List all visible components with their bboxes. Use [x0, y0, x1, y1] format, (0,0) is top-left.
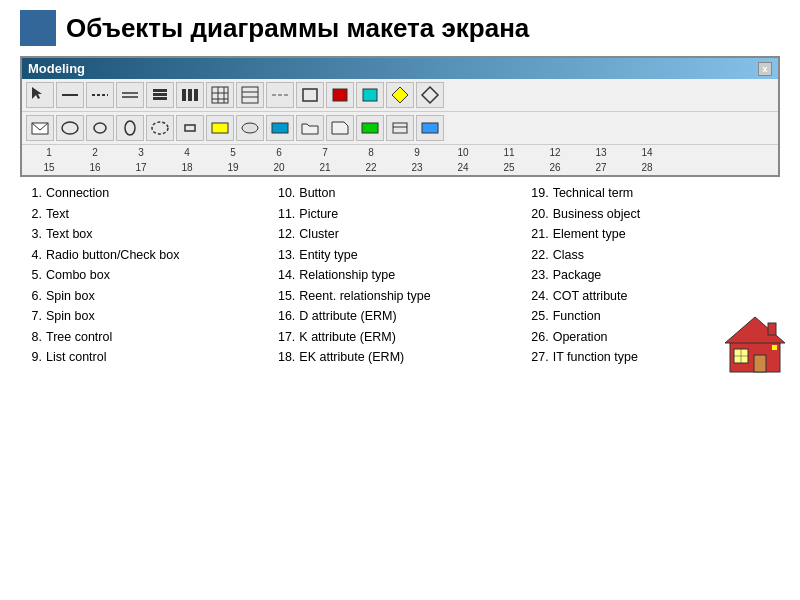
list-item: 11.Picture [273, 206, 526, 224]
list-item: 5.Combo box [20, 267, 273, 285]
list-item: 9.List control [20, 349, 273, 367]
svg-rect-44 [772, 345, 777, 350]
svg-rect-43 [768, 323, 776, 335]
svg-rect-4 [153, 89, 167, 92]
toolbar-item-16[interactable] [56, 115, 84, 141]
svg-rect-7 [182, 89, 186, 101]
svg-rect-33 [362, 123, 378, 133]
toolbar-item-9[interactable] [266, 82, 294, 108]
svg-rect-15 [242, 87, 258, 103]
svg-rect-34 [393, 123, 407, 133]
svg-point-26 [94, 123, 106, 133]
list-item: 3.Text box [20, 226, 273, 244]
toolbar-item-19[interactable] [146, 115, 174, 141]
list-item: 23.Package [527, 267, 780, 285]
list-item: 14.Relationship type [273, 267, 526, 285]
list-item: 6.Spin box [20, 288, 273, 306]
toolbar-item-17[interactable] [86, 115, 114, 141]
svg-rect-6 [153, 97, 167, 100]
modeling-window: Modeling x [20, 56, 780, 177]
svg-rect-5 [153, 93, 167, 96]
list-item: 7.Spin box [20, 308, 273, 326]
svg-rect-42 [754, 355, 766, 372]
toolbar-item-6[interactable] [176, 82, 204, 108]
svg-rect-21 [363, 89, 377, 101]
svg-marker-23 [422, 87, 438, 103]
toolbar-item-24[interactable] [296, 115, 324, 141]
toolbar-item-21[interactable] [206, 115, 234, 141]
list-item: 20.Business object [527, 206, 780, 224]
list-item: 4.Radio button/Check box [20, 247, 273, 265]
list-item: 8.Tree control [20, 329, 273, 347]
title-icon [20, 10, 56, 46]
toolbar-item-28[interactable] [416, 115, 444, 141]
list-item: 1.Connection [20, 185, 273, 203]
svg-point-27 [125, 121, 135, 135]
toolbar-item-7[interactable] [206, 82, 234, 108]
toolbar-item-13[interactable] [386, 82, 414, 108]
svg-point-28 [152, 122, 168, 134]
list-item: 19.Technical term [527, 185, 780, 203]
list-col2: 10.Button 11.Picture 12.Cluster 13.Entit… [273, 185, 526, 367]
items-section: 1.Connection 2.Text 3.Text box 4.Radio b… [20, 185, 780, 370]
svg-rect-32 [272, 123, 288, 133]
svg-rect-30 [212, 123, 228, 133]
toolbar-item-27[interactable] [386, 115, 414, 141]
svg-rect-9 [194, 89, 198, 101]
toolbar-item-1[interactable] [26, 82, 54, 108]
number-row-1: 1 2 3 4 5 6 7 8 9 10 11 12 13 14 [22, 145, 778, 160]
list-item: 21.Element type [527, 226, 780, 244]
svg-marker-22 [392, 87, 408, 103]
toolbar-item-22[interactable] [236, 115, 264, 141]
toolbar-item-15[interactable] [26, 115, 54, 141]
list-item: 24.COT attribute [527, 288, 780, 306]
svg-rect-20 [333, 89, 347, 101]
list-item: 15.Reent. relationship type [273, 288, 526, 306]
svg-rect-8 [188, 89, 192, 101]
toolbar-item-2[interactable] [56, 82, 84, 108]
list-item: 17.K attribute (ERM) [273, 329, 526, 347]
toolbar-row-1 [22, 79, 778, 112]
toolbar-item-3[interactable] [86, 82, 114, 108]
toolbar-item-25[interactable] [326, 115, 354, 141]
toolbar-row-2 [22, 112, 778, 145]
svg-point-31 [242, 123, 258, 133]
list-item: 22.Class [527, 247, 780, 265]
toolbar-item-14[interactable] [416, 82, 444, 108]
toolbar-item-8[interactable] [236, 82, 264, 108]
toolbar-item-20[interactable] [176, 115, 204, 141]
toolbar-item-23[interactable] [266, 115, 294, 141]
column-1: 1.Connection 2.Text 3.Text box 4.Radio b… [20, 185, 273, 370]
column-3: 19.Technical term 20.Business object 21.… [527, 185, 780, 370]
svg-rect-10 [212, 87, 228, 103]
modeling-titlebar: Modeling x [22, 58, 778, 79]
list-item: 2.Text [20, 206, 273, 224]
svg-rect-29 [185, 125, 195, 131]
toolbar-item-5[interactable] [146, 82, 174, 108]
svg-point-25 [62, 122, 78, 134]
toolbar-item-26[interactable] [356, 115, 384, 141]
list-item: 18.EK attribute (ERM) [273, 349, 526, 367]
toolbar-item-4[interactable] [116, 82, 144, 108]
close-icon[interactable]: x [758, 62, 772, 76]
list-item: 16.D attribute (ERM) [273, 308, 526, 326]
list-item: 12.Cluster [273, 226, 526, 244]
list-col1: 1.Connection 2.Text 3.Text box 4.Radio b… [20, 185, 273, 367]
toolbar-item-10[interactable] [296, 82, 324, 108]
toolbar-item-12[interactable] [356, 82, 384, 108]
list-item: 10.Button [273, 185, 526, 203]
svg-rect-19 [303, 89, 317, 101]
toolbar-item-18[interactable] [116, 115, 144, 141]
modeling-title: Modeling [28, 61, 85, 76]
page-title: Объекты диаграммы макета экрана [20, 10, 780, 46]
svg-rect-36 [422, 123, 438, 133]
house-icon [720, 307, 790, 380]
toolbar-item-11[interactable] [326, 82, 354, 108]
list-item: 13.Entity type [273, 247, 526, 265]
number-row-2: 15 16 17 18 19 20 21 22 23 24 25 26 27 2… [22, 160, 778, 175]
column-2: 10.Button 11.Picture 12.Cluster 13.Entit… [273, 185, 526, 370]
